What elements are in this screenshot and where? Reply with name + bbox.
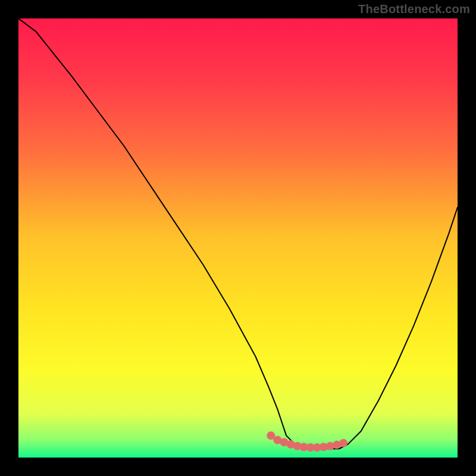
plot-background-gradient: [18, 18, 458, 458]
optimal-range-dot: [339, 439, 347, 447]
watermark-text: TheBottleneck.com: [358, 2, 470, 16]
bottleneck-chart: [0, 0, 476, 476]
chart-stage: TheBottleneck.com: [0, 0, 476, 476]
